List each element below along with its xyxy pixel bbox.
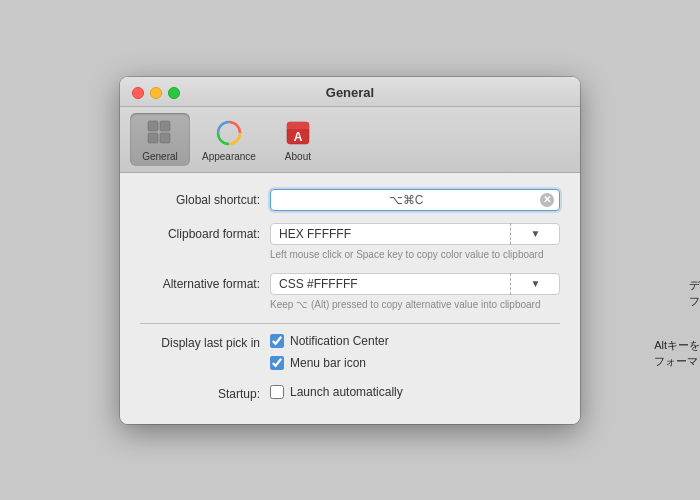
- launch-automatically-label: Launch automatically: [290, 385, 403, 399]
- menu-bar-row: Menu bar icon: [270, 356, 389, 370]
- notification-center-row: Notification Center: [270, 334, 389, 348]
- toolbar: General Appearance: [120, 107, 580, 173]
- display-label: Display last pick in: [140, 334, 270, 350]
- maximize-button[interactable]: [168, 87, 180, 99]
- launch-automatically-row: Launch automatically: [270, 385, 403, 399]
- tab-appearance[interactable]: Appearance: [190, 113, 268, 166]
- window-title: General: [132, 85, 568, 106]
- display-section: Display last pick in Notification Center…: [140, 334, 560, 375]
- global-shortcut-input[interactable]: [270, 189, 560, 211]
- clipboard-format-hint: Left mouse click or Space key to copy co…: [270, 248, 560, 261]
- about-icon: A: [282, 117, 314, 149]
- appearance-icon: [213, 117, 245, 149]
- global-shortcut-row: Global shortcut: ✕: [140, 189, 560, 211]
- global-shortcut-label: Global shortcut:: [140, 189, 270, 207]
- menu-bar-checkbox[interactable]: [270, 356, 284, 370]
- svg-rect-3: [160, 133, 170, 143]
- svg-rect-0: [148, 121, 158, 131]
- alternative-format-row: Alternative format: CSS #FFFFFF ▼ Keep ⌥…: [140, 273, 560, 311]
- startup-label: Startup:: [140, 387, 270, 401]
- shortcut-clear-button[interactable]: ✕: [540, 193, 554, 207]
- notification-center-label: Notification Center: [290, 334, 389, 348]
- alternative-format-select[interactable]: CSS #FFFFFF: [270, 273, 560, 295]
- alternative-format-hint: Keep ⌥ (Alt) pressed to copy alternative…: [270, 298, 560, 311]
- alternative-format-label: Alternative format:: [140, 273, 270, 291]
- traffic-lights: [132, 87, 180, 99]
- display-checkboxes: Notification Center Menu bar icon: [270, 334, 389, 375]
- alternative-format-field: CSS #FFFFFF ▼ Keep ⌥ (Alt) pressed to co…: [270, 273, 560, 311]
- clipboard-format-row: Clipboard format: HEX FFFFFF ▼ Left mous…: [140, 223, 560, 261]
- main-window: General General: [120, 77, 580, 424]
- svg-rect-1: [148, 133, 158, 143]
- divider: [140, 323, 560, 324]
- annotation-alt-format: Altキーを押した時のフォーマット: [654, 337, 700, 370]
- svg-text:A: A: [294, 130, 303, 144]
- global-shortcut-field: ✕: [270, 189, 560, 211]
- menu-bar-label: Menu bar icon: [290, 356, 366, 370]
- tab-general-label: General: [142, 151, 178, 162]
- clipboard-format-label: Clipboard format:: [140, 223, 270, 241]
- tab-about[interactable]: A About: [268, 113, 328, 166]
- notification-center-checkbox[interactable]: [270, 334, 284, 348]
- clipboard-format-field: HEX FFFFFF ▼ Left mouse click or Space k…: [270, 223, 560, 261]
- tab-appearance-label: Appearance: [202, 151, 256, 162]
- annotation-default-format: デフォルトのフォーマット: [689, 277, 700, 310]
- title-bar: General: [120, 77, 580, 107]
- svg-rect-7: [287, 126, 309, 129]
- minimize-button[interactable]: [150, 87, 162, 99]
- close-button[interactable]: [132, 87, 144, 99]
- general-icon: [144, 117, 176, 149]
- content-area: Global shortcut: ✕ Clipboard format: HEX…: [120, 173, 580, 424]
- tab-general[interactable]: General: [130, 113, 190, 166]
- clipboard-format-select[interactable]: HEX FFFFFF: [270, 223, 560, 245]
- launch-automatically-checkbox[interactable]: [270, 385, 284, 399]
- svg-rect-2: [160, 121, 170, 131]
- startup-row: Startup: Launch automatically: [140, 385, 560, 404]
- tab-about-label: About: [285, 151, 311, 162]
